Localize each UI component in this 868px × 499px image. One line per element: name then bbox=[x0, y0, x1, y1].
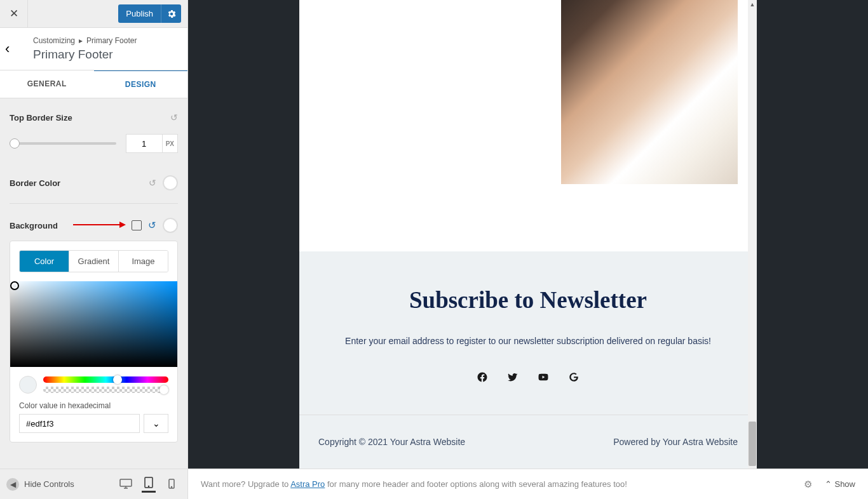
tab-general[interactable]: GENERAL bbox=[0, 70, 94, 98]
device-icon[interactable] bbox=[132, 220, 142, 230]
background-label: Background bbox=[10, 221, 58, 230]
device-tablet-button[interactable] bbox=[142, 476, 156, 493]
hex-label: Color value in hexadecimal bbox=[19, 401, 168, 410]
breadcrumb-section: Customizing bbox=[33, 36, 75, 45]
notice-text: Want more? Upgrade to Astra Pro for many… bbox=[201, 479, 627, 489]
facebook-icon[interactable] bbox=[477, 371, 488, 383]
scroll-thumb[interactable] bbox=[749, 422, 756, 466]
bottom-notice-bar: Want more? Upgrade to Astra Pro for many… bbox=[188, 469, 868, 499]
powered-by-text: Powered by Your Astra Website bbox=[613, 437, 738, 447]
alpha-slider[interactable] bbox=[43, 387, 168, 393]
slider-thumb[interactable] bbox=[10, 138, 20, 149]
panel-title: Primary Footer bbox=[33, 48, 137, 62]
color-picker: Color Gradient Image Color value in hexa… bbox=[10, 241, 178, 442]
copyright-text: Copyright © 2021 Your Astra Website bbox=[318, 437, 465, 447]
border-color-label: Border Color bbox=[10, 178, 60, 188]
svg-rect-0 bbox=[120, 479, 132, 486]
unit-label: PX bbox=[163, 134, 178, 153]
newsletter-subtitle: Enter your email address to register to … bbox=[318, 336, 738, 346]
chevron-up-icon: ⌃ bbox=[825, 479, 832, 489]
hue-slider[interactable] bbox=[43, 376, 168, 383]
scrollbar[interactable]: ▲ bbox=[748, 0, 757, 469]
color-preview bbox=[19, 376, 37, 394]
desktop-icon bbox=[119, 479, 132, 489]
google-icon[interactable] bbox=[568, 371, 580, 383]
youtube-icon[interactable] bbox=[538, 371, 549, 383]
saturation-cursor[interactable] bbox=[10, 281, 19, 290]
alpha-thumb[interactable] bbox=[159, 385, 168, 394]
reset-icon[interactable]: ↺ bbox=[170, 112, 178, 123]
breadcrumb: Customizing ▸ Primary Footer bbox=[33, 36, 137, 45]
back-button[interactable]: ‹ bbox=[5, 28, 28, 70]
twitter-icon[interactable] bbox=[507, 371, 519, 383]
picker-tab-image[interactable]: Image bbox=[119, 251, 168, 272]
scroll-up-arrow[interactable]: ▲ bbox=[748, 0, 757, 9]
preview-area: Subscribe to Newsletter Enter your email… bbox=[188, 0, 868, 469]
hex-input[interactable] bbox=[19, 414, 140, 433]
primary-footer-bar: Copyright © 2021 Your Astra Website Powe… bbox=[299, 415, 757, 469]
show-button[interactable]: ⌃ Show bbox=[825, 479, 855, 489]
hue-thumb[interactable] bbox=[113, 375, 122, 384]
annotation-arrow bbox=[73, 224, 121, 225]
picker-tab-color[interactable]: Color bbox=[20, 251, 69, 272]
border-color-swatch[interactable] bbox=[163, 175, 178, 190]
newsletter-title: Subscribe to Newsletter bbox=[318, 286, 738, 314]
top-border-size-label: Top Border Size bbox=[10, 113, 72, 123]
breadcrumb-area: Primary Footer bbox=[86, 36, 137, 45]
sidebar-footer: ◀ Hide Controls bbox=[0, 469, 187, 499]
tabs: GENERAL DESIGN bbox=[0, 70, 187, 98]
svg-point-2 bbox=[149, 486, 149, 487]
tablet-icon bbox=[144, 477, 153, 488]
sidebar-header: ✕ Publish bbox=[0, 0, 187, 28]
publish-button[interactable]: Publish bbox=[118, 4, 161, 23]
close-button[interactable]: ✕ bbox=[0, 0, 28, 28]
controls-panel: Top Border Size ↺ PX Border Color ↺ Back… bbox=[0, 98, 187, 469]
hero-image bbox=[561, 0, 738, 184]
mobile-icon bbox=[168, 479, 175, 489]
svg-point-4 bbox=[172, 486, 172, 487]
settings-icon[interactable]: ⚙ bbox=[804, 479, 812, 490]
tab-design[interactable]: DESIGN bbox=[94, 70, 188, 98]
hide-controls-button[interactable]: ◀ Hide Controls bbox=[6, 478, 74, 491]
publish-settings-button[interactable] bbox=[161, 4, 181, 23]
device-desktop-button[interactable] bbox=[119, 476, 133, 493]
border-size-slider[interactable] bbox=[10, 142, 116, 145]
social-icons bbox=[318, 371, 738, 383]
saturation-area[interactable] bbox=[10, 281, 177, 367]
footer-widget-area: Subscribe to Newsletter Enter your email… bbox=[299, 251, 757, 415]
device-mobile-button[interactable] bbox=[165, 476, 179, 493]
gear-icon bbox=[167, 10, 176, 18]
astra-pro-link[interactable]: Astra Pro bbox=[290, 479, 325, 489]
breadcrumb-sep: ▸ bbox=[79, 36, 83, 45]
reset-icon[interactable]: ↺ bbox=[149, 178, 156, 188]
background-swatch[interactable] bbox=[163, 218, 178, 233]
chevron-left-icon: ◀ bbox=[6, 478, 19, 491]
format-toggle[interactable]: ⌄ bbox=[144, 414, 168, 433]
hide-controls-label: Hide Controls bbox=[24, 479, 74, 489]
picker-tab-gradient[interactable]: Gradient bbox=[69, 251, 119, 272]
breadcrumb-panel: ‹ Customizing ▸ Primary Footer Primary F… bbox=[0, 28, 187, 70]
show-label: Show bbox=[834, 479, 855, 489]
border-size-input[interactable] bbox=[126, 134, 163, 153]
reset-icon[interactable]: ↺ bbox=[148, 220, 156, 231]
